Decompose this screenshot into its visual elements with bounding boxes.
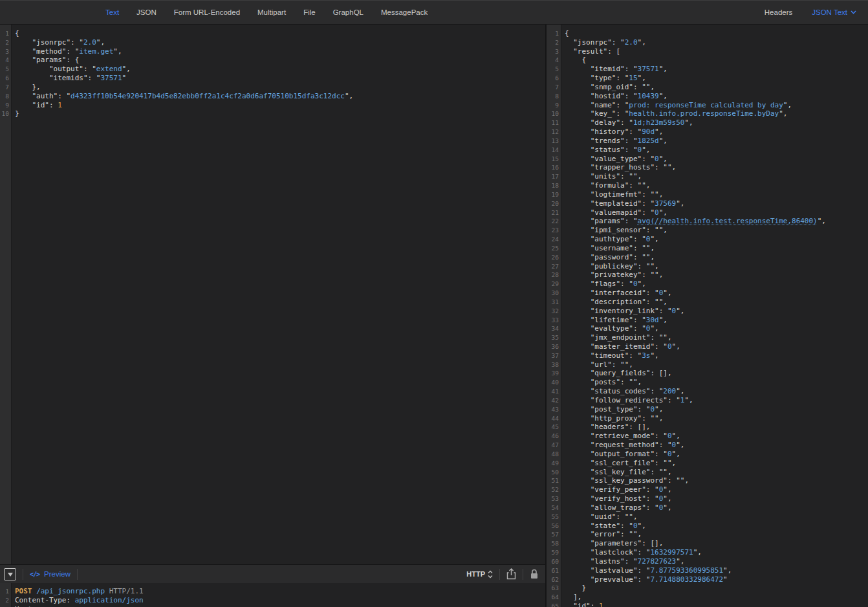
response-view-tabs: HeadersJSON Text (765, 8, 868, 16)
line-number: 6 (547, 74, 559, 83)
code-line: 40 "posts": "", (547, 378, 868, 387)
code-text: "output": "extend", (9, 65, 131, 74)
code-line: 54 "allow_traps": "0", (547, 503, 868, 513)
preview-button-label: Preview (44, 570, 71, 578)
tab-multipart[interactable]: Multipart (257, 8, 286, 16)
line-number: 41 (547, 387, 559, 396)
code-text: "username": "", (559, 244, 655, 253)
code-line: 57 "error": "", (547, 530, 868, 539)
code-text: "error": "", (559, 530, 642, 539)
request-body-format-tabs: TextJSONForm URL-EncodedMultipartFileGra… (105, 8, 428, 16)
line-number: 43 (547, 405, 559, 414)
line-number: 1 (0, 29, 9, 38)
code-line: 45 "headers": [], (547, 423, 868, 432)
code-text: "formula": "", (559, 181, 650, 190)
line-number: 25 (547, 244, 559, 253)
code-text: "parameters": [], (559, 539, 663, 548)
code-text: "name": "prod: responseTime calculated b… (559, 101, 792, 110)
line-number: 33 (547, 316, 559, 325)
tab-file[interactable]: File (303, 8, 316, 16)
tab-graphql[interactable]: GraphQL (333, 8, 363, 16)
code-line: 7 }, (0, 83, 545, 92)
code-line: 10 "key_": "health.info.prod.responseTim… (547, 109, 868, 118)
code-text: "id": 1 (559, 602, 603, 607)
code-line: 6 "itemids": "37571" (0, 74, 545, 83)
code-line: 4 { (547, 56, 868, 65)
code-text: "templateid": "37569", (559, 199, 684, 208)
code-line: 25 "username": "", (547, 244, 868, 253)
line-number: 9 (547, 101, 559, 110)
share-icon[interactable] (506, 568, 516, 580)
tab-messagepack[interactable]: MessagePack (381, 8, 428, 16)
code-line: 27 "publickey": "", (547, 262, 868, 271)
code-text: "jsonrpc": "2.0", (559, 38, 646, 47)
code-text: "lastclock": "1632997571", (559, 548, 702, 557)
line-number: 50 (547, 468, 559, 477)
line-number: 61 (547, 566, 559, 575)
line-number: 3 (547, 47, 559, 56)
line-number: 30 (547, 289, 559, 298)
code-line: 13 "trends": "1825d", (547, 137, 868, 146)
line-number: 39 (547, 369, 559, 378)
code-line: 3 "method": "item.get", (0, 47, 545, 56)
response-body-editor[interactable]: 1{2 "jsonrpc": "2.0",3 "result": [4 {5 "… (547, 25, 868, 607)
tab-headers[interactable]: Headers (765, 8, 792, 16)
code-line: 42 "follow_redirects": "1", (547, 396, 868, 405)
code-line: 6 "type": "15", (547, 74, 868, 83)
line-number: 27 (547, 262, 559, 271)
line-number: 29 (547, 280, 559, 289)
line-number: 15 (547, 155, 559, 164)
lock-icon[interactable] (530, 568, 539, 580)
code-text: "delay": "1d;h23m59s50", (559, 118, 693, 127)
body-format-dropdown-button[interactable] (4, 568, 16, 580)
code-line: 37 "timeout": "3s", (547, 351, 868, 360)
line-number: 9 (0, 101, 9, 110)
tab-label: JSON Text (812, 8, 847, 16)
code-text: "key_": "health.info.prod.responseTime.b… (559, 109, 787, 118)
http-preview-line: 2Content-Type: application/json (0, 596, 545, 605)
divider (499, 569, 500, 580)
line-number: 62 (547, 575, 559, 584)
code-line: 1{ (0, 29, 545, 38)
code-text: "itemids": "37571" (9, 74, 126, 83)
code-line: 65 "id": 1 (547, 602, 868, 607)
line-number: 37 (547, 351, 559, 360)
tab-json[interactable]: JSON (136, 8, 157, 16)
code-line: 49 "ssl_cert_file": "", (547, 459, 868, 468)
preview-button[interactable]: </> Preview (30, 570, 71, 578)
code-line: 28 "privatekey": "", (547, 270, 868, 280)
code-text: "url": "", (559, 360, 633, 370)
code-line: 7 "snmp_oid": "", (547, 83, 868, 92)
line-number: 59 (547, 548, 559, 557)
stepper-arrows-icon (488, 570, 493, 579)
line-number: 1 (0, 587, 9, 596)
main-split: 1{2 "jsonrpc": "2.0",3 "method": "item.g… (0, 25, 868, 607)
code-line: 44 "http_proxy": "", (547, 414, 868, 423)
line-number: 11 (547, 118, 559, 127)
code-line: 5 "itemid": "37571", (547, 65, 868, 74)
code-text: "lifetime": "30d", (559, 316, 667, 325)
line-number: 52 (547, 485, 559, 494)
request-footer-bar: </> Preview HTTP (0, 564, 545, 583)
tab-text[interactable]: Text (105, 8, 119, 16)
code-text: "trends": "1825d", (559, 137, 667, 146)
tab-label: Form URL-Encoded (174, 8, 240, 16)
code-line: 21 "valuemapid": "0", (547, 208, 868, 217)
code-line: 2 "jsonrpc": "2.0", (0, 38, 545, 47)
code-text: } (9, 109, 19, 118)
line-number: 4 (0, 56, 9, 65)
code-text: "jmx_endpoint": "", (559, 333, 672, 342)
code-text: "allow_traps": "0", (559, 503, 672, 513)
tab-json-text[interactable]: JSON Text (812, 8, 856, 16)
code-text: } (559, 584, 586, 593)
line-number: 2 (547, 38, 559, 47)
line-number: 60 (547, 557, 559, 566)
request-body-editor[interactable]: 1{2 "jsonrpc": "2.0",3 "method": "item.g… (0, 25, 545, 564)
http-preview-editor[interactable]: 1POST /api_jsonrpc.php HTTP/1.12Content-… (0, 583, 545, 607)
code-text: "params": { (9, 56, 79, 65)
tab-form-url-encoded[interactable]: Form URL-Encoded (174, 8, 240, 16)
code-text: "interfaceid": "0", (559, 289, 672, 298)
tab-label: Multipart (257, 8, 286, 16)
code-text: { (559, 56, 586, 65)
protocol-selector[interactable]: HTTP (466, 570, 493, 579)
